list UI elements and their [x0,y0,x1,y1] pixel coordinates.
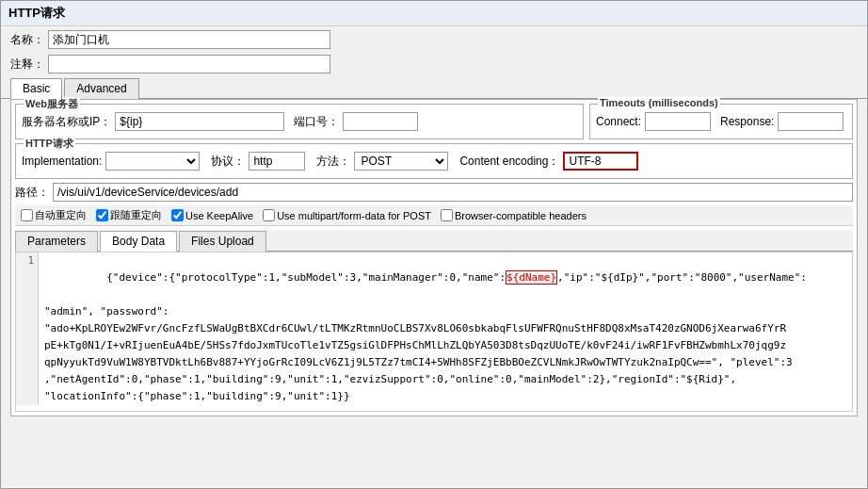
encoding-input[interactable] [563,152,638,171]
impl-select[interactable] [105,152,200,171]
main-tabs: Basic Advanced [1,77,867,99]
checkbox-follow-redirect[interactable]: 跟随重定向 [96,208,162,222]
protocol-label: 协议： [211,154,245,170]
timeouts-group-label: Timeouts (milliseconds) [598,97,720,108]
sub-tab-files-upload[interactable]: Files Upload [179,231,266,252]
connect-label: Connect: [596,115,641,128]
path-label: 路径： [15,185,49,201]
path-input[interactable] [53,183,853,202]
name-label: 名称： [10,32,44,48]
name-input[interactable] [48,30,330,49]
code-line-2: "admin", "password": [16,303,852,320]
checkbox-browser-headers[interactable]: Browser-compatible headers [441,209,587,221]
highlight-dname: ${dName} [506,270,557,285]
impl-label: Implementation: [22,155,102,168]
server-label: 服务器名称或IP： [22,114,111,130]
code-line-4: pE+kTg0N1/I+vRIjuenEuA4bE/5HSs7fdoJxmTUc… [16,337,852,354]
encoding-label: Content encoding： [459,154,559,170]
checkboxes-row: 自动重定向 跟随重定向 Use KeepAlive Use multipart/… [15,205,853,226]
http-group-label: HTTP请求 [24,137,75,151]
comment-label: 注释： [10,57,44,73]
checkbox-multipart[interactable]: Use multipart/form-data for POST [263,209,431,221]
code-line-1: 1 {"device":{"protocolType":1,"subModel"… [16,253,852,303]
window-title: HTTP请求 [1,1,867,26]
tab-basic[interactable]: Basic [10,78,62,99]
checkbox-keep-alive[interactable]: Use KeepAlive [171,209,253,221]
main-window: HTTP请求 名称： 注释： Basic Advanced Web服务器 服务器… [0,0,868,489]
code-line-7: "locationInfo":{"phase":1,"building":9,"… [16,388,852,405]
response-label: Response: [720,115,774,128]
checkbox-auto-redirect[interactable]: 自动重定向 [21,208,87,222]
connect-input[interactable] [645,112,711,131]
method-select[interactable]: POST [354,152,448,171]
sub-tab-body-data[interactable]: Body Data [100,231,177,252]
web-server-group-label: Web服务器 [24,97,80,111]
response-input[interactable] [778,112,844,131]
code-line-5: qpNyyukTd9VuW1W8YBTVDktLh6Bv887+YYjoGrRc… [16,354,852,371]
protocol-input[interactable] [249,152,305,171]
tab-advanced[interactable]: Advanced [64,78,138,99]
server-input[interactable] [115,112,284,131]
code-area[interactable]: 1 {"device":{"protocolType":1,"subModel"… [15,252,853,412]
sub-tab-parameters[interactable]: Parameters [15,231,98,252]
comment-input[interactable] [48,55,330,73]
port-label: 端口号： [294,114,339,130]
sub-tabs: Parameters Body Data Files Upload [15,230,853,252]
code-line-6: ,"netAgentId":0,"phase":1,"building":9,"… [16,371,852,388]
code-line-3: "ado+KpLROYEw2WFvr/GncFzfLSWaUgBtBXCdr6C… [16,320,852,337]
method-label: 方法： [316,154,350,170]
port-input[interactable] [343,112,418,131]
